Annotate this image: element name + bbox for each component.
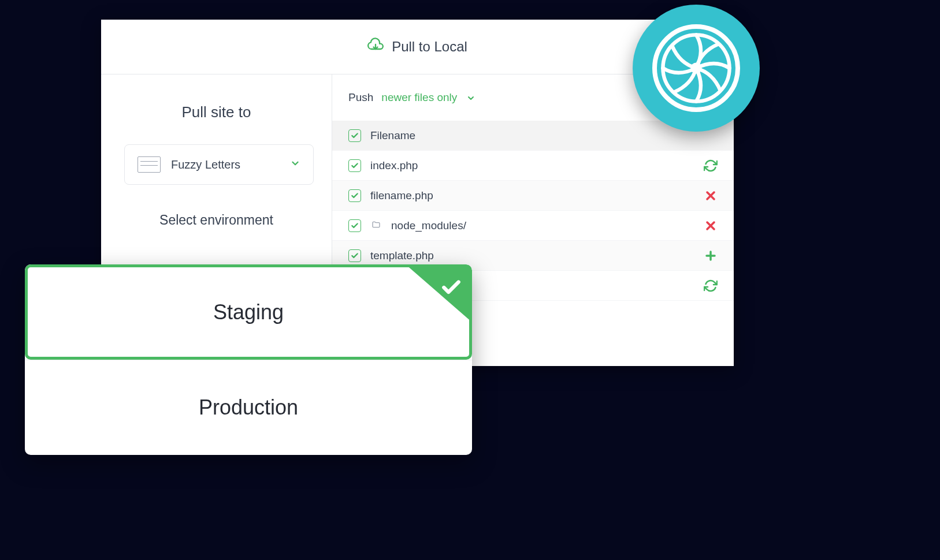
push-filter-value[interactable]: newer files only	[381, 91, 457, 104]
environment-option-staging[interactable]: Staging	[25, 264, 472, 360]
file-row[interactable]: node_modules/	[332, 211, 734, 241]
selected-badge	[406, 267, 469, 323]
pull-site-to-label: Pull site to	[124, 103, 309, 121]
site-select[interactable]: Fuzzy Letters	[124, 144, 314, 185]
file-name: template.php	[370, 249, 694, 262]
dialog-title: Pull to Local	[392, 39, 467, 55]
push-filter-label: Push	[348, 91, 373, 104]
site-select-label: Fuzzy Letters	[171, 158, 280, 171]
folder-icon	[370, 219, 382, 232]
file-name: index.php	[370, 159, 694, 172]
file-checkbox[interactable]	[348, 189, 361, 202]
cloud-pull-icon	[367, 37, 384, 57]
file-row[interactable]: index.php	[332, 151, 734, 181]
file-checkbox[interactable]	[348, 249, 361, 262]
chevron-down-icon	[290, 158, 300, 171]
status-remove-icon	[704, 189, 718, 203]
file-name: node_modules/	[391, 219, 694, 232]
flywheel-badge	[633, 5, 760, 132]
check-icon	[440, 277, 462, 298]
status-remove-icon	[704, 219, 718, 233]
file-checkbox[interactable]	[348, 159, 361, 172]
site-wireframe-icon	[138, 156, 161, 173]
file-name: filename.php	[370, 189, 694, 202]
environment-label: Staging	[213, 300, 284, 324]
chevron-down-icon[interactable]	[466, 93, 475, 102]
file-row[interactable]: filename.php	[332, 181, 734, 211]
column-filename: Filename	[370, 129, 718, 142]
file-checkbox[interactable]	[348, 219, 361, 232]
flywheel-logo-icon	[650, 22, 742, 114]
select-environment-label: Select environment	[124, 212, 309, 228]
status-add-icon	[704, 249, 718, 263]
status-sync-icon	[704, 159, 718, 173]
environment-label: Production	[199, 395, 298, 420]
status-sync-icon	[704, 279, 718, 293]
environment-option-production[interactable]: Production	[25, 360, 472, 455]
environment-picker: Staging Production	[25, 264, 472, 455]
select-all-checkbox[interactable]	[348, 129, 361, 142]
